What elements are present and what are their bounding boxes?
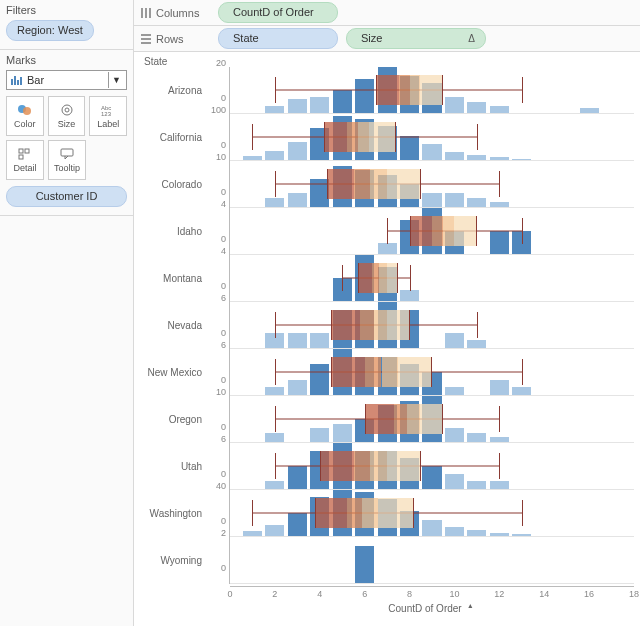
x-tick: 2 bbox=[272, 589, 277, 599]
rows-shelf[interactable]: Rows State Size Δ bbox=[134, 26, 640, 52]
facet-plot[interactable] bbox=[230, 396, 634, 443]
columns-pill-countd[interactable]: CountD of Order bbox=[218, 2, 338, 23]
marks-title: Marks bbox=[6, 54, 127, 66]
app-root: Filters Region: West Marks Bar ▼ Color bbox=[0, 0, 640, 626]
box-plot bbox=[315, 498, 414, 528]
facet-row: Idaho04 bbox=[140, 208, 634, 255]
histogram-bar bbox=[310, 97, 329, 113]
svg-point-6 bbox=[62, 105, 72, 115]
svg-point-5 bbox=[23, 107, 31, 115]
box-segment bbox=[379, 263, 386, 293]
histogram-bar bbox=[288, 142, 307, 160]
marks-type-dropdown[interactable]: Bar ▼ bbox=[6, 70, 127, 90]
chart-viewport[interactable]: State Arizona020California0100Colorado01… bbox=[134, 52, 640, 626]
marks-panel: Marks Bar ▼ Color Size Abc123 bbox=[0, 50, 133, 216]
facet-plot[interactable] bbox=[230, 302, 634, 349]
facet-plot[interactable] bbox=[230, 161, 634, 208]
x-tick: 12 bbox=[494, 589, 504, 599]
box-segment bbox=[360, 310, 373, 340]
histogram-bar bbox=[445, 428, 464, 442]
facet-plot[interactable] bbox=[230, 490, 634, 537]
rows-pill-state[interactable]: State bbox=[218, 28, 338, 49]
histogram-bar bbox=[422, 466, 441, 489]
rows-shelf-label: Rows bbox=[140, 33, 210, 45]
marks-size-button[interactable]: Size bbox=[48, 96, 86, 136]
y-axis: 040 bbox=[208, 490, 230, 537]
facet-plot[interactable] bbox=[230, 208, 634, 255]
marks-color-button[interactable]: Color bbox=[6, 96, 44, 136]
facet-row: Oregon010 bbox=[140, 396, 634, 443]
marks-detail-button[interactable]: Detail bbox=[6, 140, 44, 180]
box-segment bbox=[432, 216, 443, 246]
svg-text:123: 123 bbox=[101, 111, 112, 117]
svg-rect-0 bbox=[11, 79, 13, 85]
y-axis: 02 bbox=[208, 537, 230, 584]
facet-plot[interactable] bbox=[230, 114, 634, 161]
facet-row: Washington040 bbox=[140, 490, 634, 537]
x-tick: 4 bbox=[317, 589, 322, 599]
marks-tooltip-button[interactable]: Tooltip bbox=[48, 140, 86, 180]
histogram-bar bbox=[445, 387, 464, 395]
y-axis: 010 bbox=[208, 161, 230, 208]
svg-rect-13 bbox=[61, 149, 73, 156]
box-segment bbox=[354, 451, 370, 481]
pin-icon bbox=[466, 604, 476, 614]
facet-plot[interactable] bbox=[230, 349, 634, 396]
box-segment bbox=[358, 122, 369, 152]
filter-pill-region[interactable]: Region: West bbox=[6, 20, 94, 41]
facet-label: Wyoming bbox=[140, 537, 208, 584]
facet-row: New Mexico06 bbox=[140, 349, 634, 396]
histogram-bar bbox=[310, 428, 329, 442]
facet-plot[interactable] bbox=[230, 537, 634, 584]
histogram-bar bbox=[400, 290, 419, 302]
histogram-bar bbox=[580, 108, 599, 113]
histogram-bar bbox=[490, 380, 509, 395]
facet-row: Nevada06 bbox=[140, 302, 634, 349]
facet-plot[interactable] bbox=[230, 255, 634, 302]
whisker-cap bbox=[275, 312, 276, 338]
histogram-bar bbox=[288, 466, 307, 489]
y-axis: 06 bbox=[208, 302, 230, 349]
x-axis: CountD of Order 024681012141618 bbox=[140, 586, 634, 620]
box-segment bbox=[370, 169, 386, 199]
box-segment bbox=[387, 310, 409, 340]
box-segment bbox=[394, 404, 407, 434]
box-plot bbox=[324, 122, 396, 152]
whisker-cap bbox=[342, 265, 343, 291]
histogram-bar bbox=[445, 97, 464, 113]
marks-label-button[interactable]: Abc123 Label bbox=[89, 96, 127, 136]
histogram-bar bbox=[333, 90, 352, 113]
histogram-bar bbox=[467, 530, 486, 536]
box-segment bbox=[325, 122, 347, 152]
svg-rect-18 bbox=[141, 38, 151, 40]
svg-rect-19 bbox=[141, 42, 151, 44]
histogram-bar bbox=[490, 437, 509, 442]
detail-icon bbox=[17, 147, 33, 161]
facet-row: California0100 bbox=[140, 114, 634, 161]
histogram-bar bbox=[490, 533, 509, 536]
box-segment bbox=[347, 122, 358, 152]
x-axis-label: CountD of Order bbox=[388, 603, 475, 614]
box-segment bbox=[372, 263, 379, 293]
right-area: Columns CountD of Order Rows State Size … bbox=[134, 0, 640, 626]
histogram-bar bbox=[355, 79, 374, 114]
x-tick: 14 bbox=[539, 589, 549, 599]
facet-label: Colorado bbox=[140, 161, 208, 208]
whisker-cap bbox=[275, 171, 276, 197]
svg-rect-12 bbox=[19, 155, 23, 159]
facet-plot[interactable] bbox=[230, 67, 634, 114]
histogram-bar bbox=[467, 340, 486, 348]
histogram-bar bbox=[467, 155, 486, 160]
columns-shelf[interactable]: Columns CountD of Order bbox=[134, 0, 640, 26]
histogram-bar bbox=[243, 156, 262, 160]
svg-rect-11 bbox=[25, 149, 29, 153]
marks-customer-pill[interactable]: Customer ID bbox=[6, 186, 127, 207]
facet-row: Utah06 bbox=[140, 443, 634, 490]
box-plot bbox=[320, 451, 421, 481]
size-icon bbox=[59, 103, 75, 117]
whisker-cap bbox=[477, 124, 478, 150]
x-tick: 18 bbox=[629, 589, 639, 599]
rows-pill-size[interactable]: Size Δ bbox=[346, 28, 486, 49]
histogram-bar bbox=[310, 364, 329, 395]
facet-plot[interactable] bbox=[230, 443, 634, 490]
